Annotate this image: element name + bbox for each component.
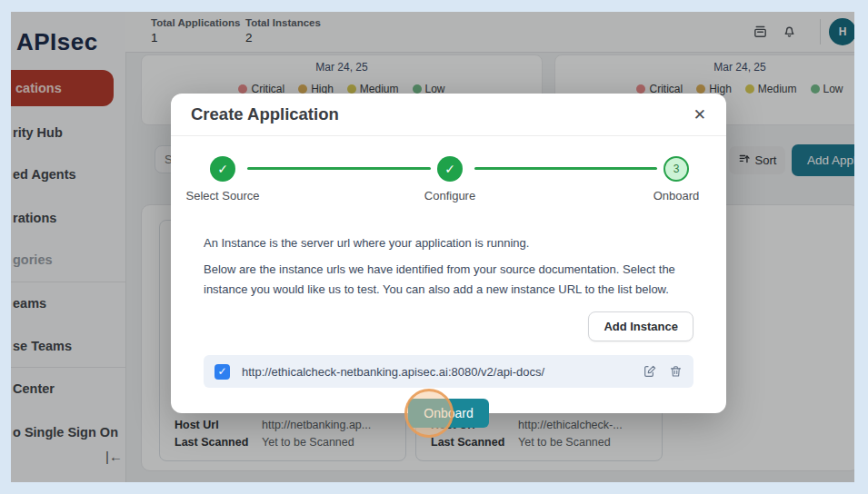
create-application-modal: Create Application ✕ ✓ ✓ 3 Select Source…: [171, 94, 726, 413]
stepper-connector: [247, 167, 431, 170]
instance-url: http://ethicalcheck-netbanking.apisec.ai…: [242, 365, 643, 379]
stepper-connector: [474, 167, 657, 170]
instance-description: An Instance is the server url where your…: [204, 236, 693, 250]
instance-row: ✓ http://ethicalcheck-netbanking.apisec.…: [204, 355, 693, 388]
onboard-button[interactable]: Onboard: [408, 399, 488, 428]
instance-instructions: Below are the instance urls we have iden…: [204, 260, 693, 300]
instance-checkbox[interactable]: ✓: [215, 364, 230, 380]
step-circle-select-source: ✓: [210, 156, 235, 182]
add-instance-button[interactable]: Add Instance: [588, 311, 693, 341]
screenshot-frame: APIsec cations rity Hub ed Agents ration…: [0, 0, 868, 494]
close-icon[interactable]: ✕: [693, 107, 706, 123]
step-circle-configure: ✓: [437, 156, 463, 182]
step-label: Select Source: [168, 189, 277, 203]
app-window: APIsec cations rity Hub ed Agents ration…: [11, 12, 854, 482]
modal-title: Create Application: [191, 104, 339, 124]
modal-header: Create Application ✕: [171, 94, 726, 136]
stepper: ✓ ✓ 3 Select Source Configure Onboard: [171, 136, 726, 223]
delete-icon[interactable]: [669, 364, 683, 379]
edit-icon[interactable]: [643, 364, 657, 379]
step-circle-onboard: 3: [663, 156, 689, 182]
modal-body: An Instance is the server url where your…: [171, 236, 726, 428]
step-label: Configure: [395, 189, 504, 203]
step-label: Onboard: [622, 189, 731, 203]
